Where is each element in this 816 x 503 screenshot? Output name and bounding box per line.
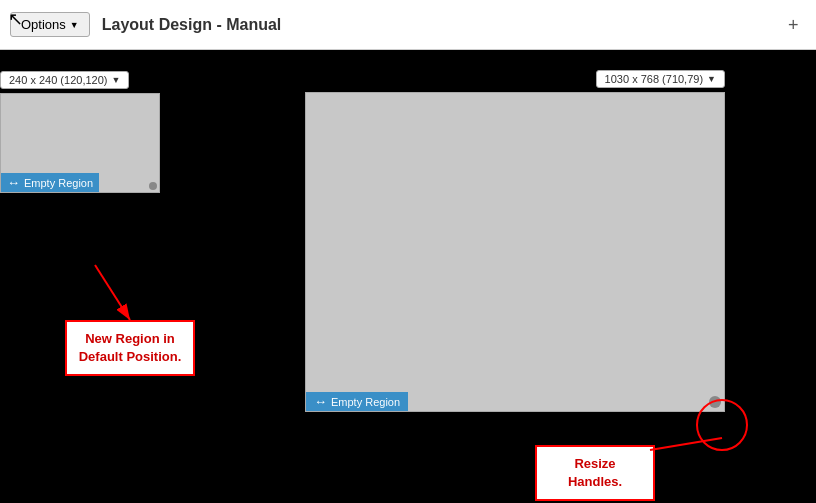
large-region-box[interactable]: ↔ Empty Region: [305, 92, 725, 412]
canvas-area: 240 x 240 (120,120) ↔ Empty Region New R…: [0, 50, 816, 503]
small-move-icon: ↔: [7, 175, 20, 190]
svg-line-1: [650, 438, 722, 450]
small-region-box[interactable]: ↔ Empty Region: [0, 93, 160, 193]
large-region-name: Empty Region: [331, 396, 400, 408]
annotation-line1: New Region in: [85, 331, 175, 346]
plus-icon[interactable]: +: [788, 16, 806, 34]
small-region-name: Empty Region: [24, 177, 93, 189]
resize-annotation: Resize Handles.: [535, 445, 655, 501]
large-region-name-tag: ↔ Empty Region: [306, 392, 408, 411]
large-resize-handle[interactable]: [709, 396, 721, 408]
small-region-container: 240 x 240 (120,120) ↔ Empty Region: [0, 70, 170, 193]
annotation-line2: Default Position.: [79, 349, 182, 364]
new-region-annotation: New Region in Default Position.: [65, 320, 195, 376]
page-title: Layout Design - Manual: [102, 16, 282, 34]
top-bar: ↖ Options Layout Design - Manual +: [0, 0, 816, 50]
resize-annotation-text: Resize Handles.: [568, 456, 622, 489]
small-resize-handle[interactable]: [149, 182, 157, 190]
large-region-label[interactable]: 1030 x 768 (710,79): [596, 70, 725, 88]
svg-line-0: [95, 265, 130, 320]
small-region-name-tag: ↔ Empty Region: [1, 173, 99, 192]
large-move-icon: ↔: [314, 394, 327, 409]
small-region-label[interactable]: 240 x 240 (120,120): [0, 71, 129, 89]
options-button[interactable]: Options: [10, 12, 90, 37]
large-region-container: 1030 x 768 (710,79) ↔ Empty Region: [305, 70, 725, 412]
